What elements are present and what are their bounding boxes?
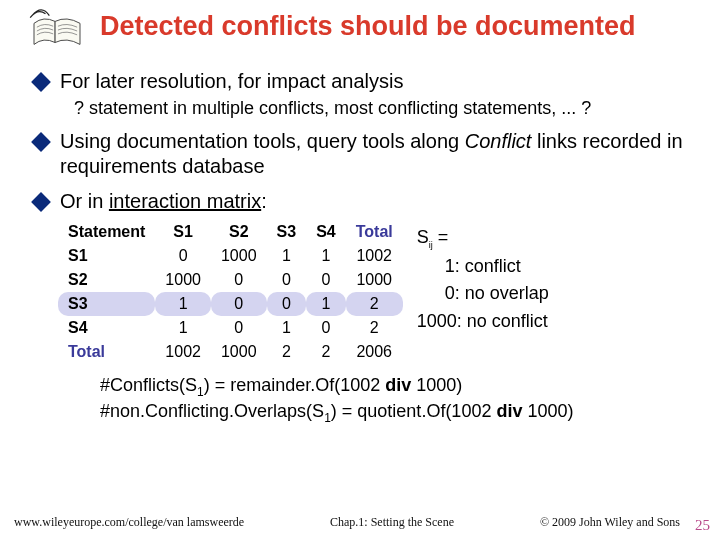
bullet-3-post: : bbox=[261, 190, 267, 212]
table-row: S1 0 1000 1 1 1002 bbox=[58, 244, 403, 268]
bullet-1: For later resolution, for impact analysi… bbox=[60, 69, 403, 94]
table-row: S4 1 0 1 0 2 bbox=[58, 316, 403, 340]
page-number: 25 bbox=[695, 517, 710, 534]
bullet-icon bbox=[31, 192, 51, 212]
table-cell: 1 bbox=[155, 316, 211, 340]
col-header: S1 bbox=[155, 220, 211, 244]
matrix-corner: Statement bbox=[58, 220, 155, 244]
bullet-icon bbox=[31, 132, 51, 152]
table-cell: 1 bbox=[267, 316, 307, 340]
footer-right: © 2009 John Wiley and Sons bbox=[540, 515, 680, 530]
table-cell: 1000 bbox=[211, 244, 267, 268]
table-cell: 0 bbox=[306, 268, 346, 292]
f2-e: 1000) bbox=[522, 401, 573, 421]
row-header: S1 bbox=[58, 244, 155, 268]
f1-c: ) = remainder.Of(1002 bbox=[204, 375, 386, 395]
table-cell: 1 bbox=[155, 292, 211, 316]
table-cell-total: 2 bbox=[346, 292, 403, 316]
table-cell-total: 1002 bbox=[346, 244, 403, 268]
footer: www.wileyeurope.com/college/van lamsweer… bbox=[0, 515, 720, 530]
table-row: S2 1000 0 0 0 1000 bbox=[58, 268, 403, 292]
table-cell: 1 bbox=[306, 244, 346, 268]
bullet-2: Using documentation tools, query tools a… bbox=[60, 129, 692, 179]
table-cell-total: 2 bbox=[346, 316, 403, 340]
legend: Sij = 1: conflict 0: no overlap 1000: no… bbox=[417, 220, 549, 364]
col-header: S3 bbox=[267, 220, 307, 244]
f2-a: #non.Conflicting.Overlaps(S bbox=[100, 401, 324, 421]
book-icon bbox=[28, 8, 86, 59]
col-header: S4 bbox=[306, 220, 346, 244]
row-header-total: Total bbox=[58, 340, 155, 364]
table-cell: 1000 bbox=[155, 268, 211, 292]
col-header: S2 bbox=[211, 220, 267, 244]
table-cell: 0 bbox=[267, 268, 307, 292]
row-header: S2 bbox=[58, 268, 155, 292]
f1-div: div bbox=[385, 375, 411, 395]
table-cell: 0 bbox=[211, 268, 267, 292]
legend-eq: = bbox=[433, 227, 449, 247]
legend-sym: S bbox=[417, 227, 429, 247]
table-cell: 0 bbox=[155, 244, 211, 268]
legend-line-1: 1: conflict bbox=[417, 253, 549, 281]
bullet-icon bbox=[31, 72, 51, 92]
col-header-total: Total bbox=[346, 220, 403, 244]
formula-1: #Conflicts(S1) = remainder.Of(1002 div 1… bbox=[100, 374, 692, 400]
footer-mid: Chap.1: Setting the Scene bbox=[244, 515, 540, 530]
table-cell: 0 bbox=[306, 316, 346, 340]
bullet-3-pre: Or in bbox=[60, 190, 109, 212]
table-cell: 0 bbox=[267, 292, 307, 316]
table-cell-total: 2006 bbox=[346, 340, 403, 364]
table-row-total: Total 1002 1000 2 2 2006 bbox=[58, 340, 403, 364]
legend-line-3: 1000: no conflict bbox=[417, 308, 549, 336]
f1-a: #Conflicts(S bbox=[100, 375, 197, 395]
f2-c: ) = quotient.Of(1002 bbox=[331, 401, 497, 421]
legend-line-2: 0: no overlap bbox=[417, 280, 549, 308]
table-row-highlighted: S3 1 0 0 1 2 bbox=[58, 292, 403, 316]
legend-title: Sij = bbox=[417, 224, 549, 253]
slide-title: Detected conflicts should be documented bbox=[100, 8, 636, 42]
f2-sub: 1 bbox=[324, 411, 331, 425]
bullet-2-italic: Conflict bbox=[465, 130, 532, 152]
row-header: S3 bbox=[58, 292, 155, 316]
table-cell-total: 1000 bbox=[346, 268, 403, 292]
formula-2: #non.Conflicting.Overlaps(S1) = quotient… bbox=[100, 400, 692, 426]
f2-div: div bbox=[496, 401, 522, 421]
bullet-3-underlined: interaction matrix bbox=[109, 190, 261, 212]
table-cell: 2 bbox=[306, 340, 346, 364]
table-cell: 1 bbox=[267, 244, 307, 268]
table-cell: 0 bbox=[211, 292, 267, 316]
row-header: S4 bbox=[58, 316, 155, 340]
bullet-2-pre: Using documentation tools, query tools a… bbox=[60, 130, 465, 152]
f1-e: 1000) bbox=[411, 375, 462, 395]
interaction-matrix: Statement S1 S2 S3 S4 Total S1 0 1000 1 … bbox=[58, 220, 403, 364]
formula-block: #Conflicts(S1) = remainder.Of(1002 div 1… bbox=[100, 374, 692, 426]
table-cell: 1000 bbox=[211, 340, 267, 364]
table-cell: 1002 bbox=[155, 340, 211, 364]
bullet-3: Or in interaction matrix: bbox=[60, 189, 267, 214]
bullet-1-sub: ? statement in multiple conflicts, most … bbox=[74, 98, 692, 119]
table-cell: 0 bbox=[211, 316, 267, 340]
f1-sub: 1 bbox=[197, 385, 204, 399]
table-cell: 1 bbox=[306, 292, 346, 316]
footer-left: www.wileyeurope.com/college/van lamsweer… bbox=[14, 515, 244, 530]
table-cell: 2 bbox=[267, 340, 307, 364]
